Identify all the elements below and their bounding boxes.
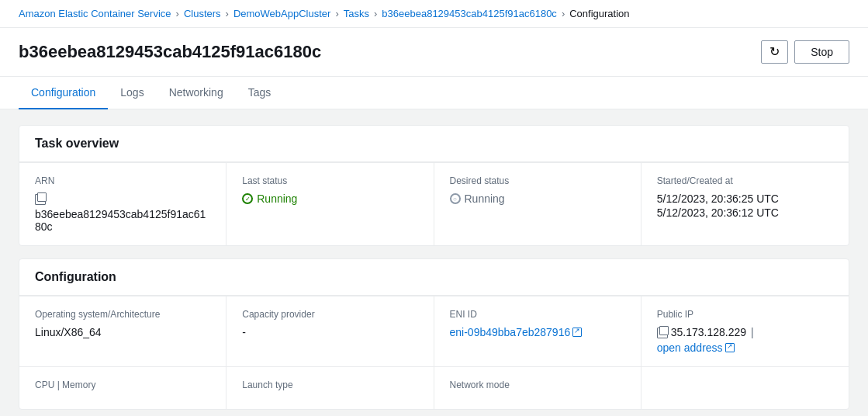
os-arch-label: Operating system/Architecture xyxy=(35,309,210,320)
last-status-value: ✓ Running xyxy=(242,192,417,205)
header-actions: ↻ Stop xyxy=(761,40,849,64)
running-status: ✓ Running xyxy=(242,192,297,205)
network-mode-label: Network mode xyxy=(450,380,625,390)
cpu-memory-cell: CPU | Memory xyxy=(19,367,227,409)
breadcrumb-task-id[interactable]: b36eebea8129453cab4125f91ac6180c xyxy=(382,8,557,19)
desired-status-cell: Desired status ○ Running xyxy=(434,163,641,245)
configuration-grid: Operating system/Architecture Linux/X86_… xyxy=(19,296,849,366)
refresh-icon: ↻ xyxy=(769,46,780,58)
os-arch-cell: Operating system/Architecture Linux/X86_… xyxy=(19,296,227,366)
network-mode-cell: Network mode xyxy=(434,367,641,409)
breadcrumb-ecs[interactable]: Amazon Elastic Container Service xyxy=(19,8,171,19)
empty-cell xyxy=(641,367,849,409)
open-address-link[interactable]: open address xyxy=(657,341,735,354)
pipe-separator: | xyxy=(751,326,754,338)
task-overview-card: Task overview ARN b36eebea8129453cab4125… xyxy=(19,125,849,246)
eni-external-link-icon xyxy=(572,328,582,337)
breadcrumb-tasks[interactable]: Tasks xyxy=(344,8,369,19)
task-overview-grid: ARN b36eebea8129453cab4125f91ac6180c Las… xyxy=(19,162,849,245)
breadcrumb-current: Configuration xyxy=(569,8,629,19)
eni-id-value: eni-09b49bba7eb287916 xyxy=(450,326,625,338)
capacity-provider-value: - xyxy=(242,326,417,338)
tab-configuration[interactable]: Configuration xyxy=(19,77,108,109)
public-ip-text: 35.173.128.229 xyxy=(671,326,746,338)
stop-button[interactable]: Stop xyxy=(794,40,849,64)
arn-label: ARN xyxy=(35,175,210,186)
os-arch-value: Linux/X86_64 xyxy=(35,326,210,338)
breadcrumb-cluster-name[interactable]: DemoWebAppCluster xyxy=(233,8,330,19)
breadcrumb-sep-4: › xyxy=(374,8,377,19)
desired-status-text: Running xyxy=(465,192,505,205)
tabs-bar: Configuration Logs Networking Tags xyxy=(0,77,868,109)
last-status-label: Last status xyxy=(242,175,417,186)
tab-logs[interactable]: Logs xyxy=(108,77,156,109)
capacity-provider-label: Capacity provider xyxy=(242,309,417,320)
arn-cell: ARN b36eebea8129453cab4125f91ac6180c xyxy=(19,163,227,245)
configuration-header: Configuration xyxy=(19,259,849,296)
task-overview-title: Task overview xyxy=(35,137,119,150)
configuration-title: Configuration xyxy=(35,270,116,283)
last-status-cell: Last status ✓ Running xyxy=(227,163,434,245)
desired-status-label: Desired status xyxy=(450,175,625,186)
running-status-text: Running xyxy=(257,192,297,205)
running-status-icon: ✓ xyxy=(242,193,253,204)
open-address-external-icon xyxy=(725,343,735,352)
started-label: Started/Created at xyxy=(657,175,833,186)
desired-status-display: ○ Running xyxy=(450,192,505,205)
page-title: b36eebea8129453cab4125f91ac6180c xyxy=(19,42,321,62)
page-header: b36eebea8129453cab4125f91ac6180c ↻ Stop xyxy=(0,28,868,77)
started-cell: Started/Created at 5/12/2023, 20:36:25 U… xyxy=(641,163,849,245)
eni-id-cell: ENI ID eni-09b49bba7eb287916 xyxy=(434,296,641,366)
configuration-grid-row2: CPU | Memory Launch type Network mode xyxy=(19,366,849,409)
refresh-button[interactable]: ↻ xyxy=(761,40,788,64)
eni-id-text: eni-09b49bba7eb287916 xyxy=(450,326,571,338)
public-ip-value: 35.173.128.229 | open address xyxy=(657,326,833,354)
eni-id-label: ENI ID xyxy=(450,309,625,320)
task-overview-body: ARN b36eebea8129453cab4125f91ac6180c Las… xyxy=(19,162,849,245)
task-overview-header: Task overview xyxy=(19,126,849,162)
breadcrumb: Amazon Elastic Container Service › Clust… xyxy=(0,0,868,28)
configuration-card: Configuration Operating system/Architect… xyxy=(19,258,849,410)
breadcrumb-sep-1: › xyxy=(176,8,179,19)
main-content: Task overview ARN b36eebea8129453cab4125… xyxy=(0,109,868,416)
configuration-body: Operating system/Architecture Linux/X86_… xyxy=(19,296,849,409)
open-address-text: open address xyxy=(657,341,723,354)
created-at-text: 5/12/2023, 20:36:12 UTC xyxy=(657,206,779,219)
started-at-text: 5/12/2023, 20:36:25 UTC xyxy=(657,192,779,205)
copy-ip-icon[interactable] xyxy=(657,328,668,338)
public-ip-label: Public IP xyxy=(657,309,833,320)
launch-type-cell: Launch type xyxy=(227,367,434,409)
tab-networking[interactable]: Networking xyxy=(157,77,236,109)
capacity-provider-cell: Capacity provider - xyxy=(227,296,434,366)
launch-type-label: Launch type xyxy=(242,380,417,390)
breadcrumb-sep-3: › xyxy=(335,8,338,19)
arn-value: b36eebea8129453cab4125f91ac6180c xyxy=(35,192,210,233)
desired-status-value: ○ Running xyxy=(450,192,625,205)
tab-tags[interactable]: Tags xyxy=(236,77,284,109)
breadcrumb-clusters[interactable]: Clusters xyxy=(184,8,221,19)
breadcrumb-sep-5: › xyxy=(562,8,565,19)
cpu-memory-label: CPU | Memory xyxy=(35,380,210,390)
breadcrumb-sep-2: › xyxy=(226,8,229,19)
public-ip-cell: Public IP 35.173.128.229 | open address xyxy=(641,296,849,366)
desired-status-icon: ○ xyxy=(450,193,461,204)
copy-arn-icon[interactable] xyxy=(35,194,46,205)
arn-text: b36eebea8129453cab4125f91ac6180c xyxy=(35,208,210,233)
eni-id-link[interactable]: eni-09b49bba7eb287916 xyxy=(450,326,583,338)
started-value: 5/12/2023, 20:36:25 UTC 5/12/2023, 20:36… xyxy=(657,192,833,219)
